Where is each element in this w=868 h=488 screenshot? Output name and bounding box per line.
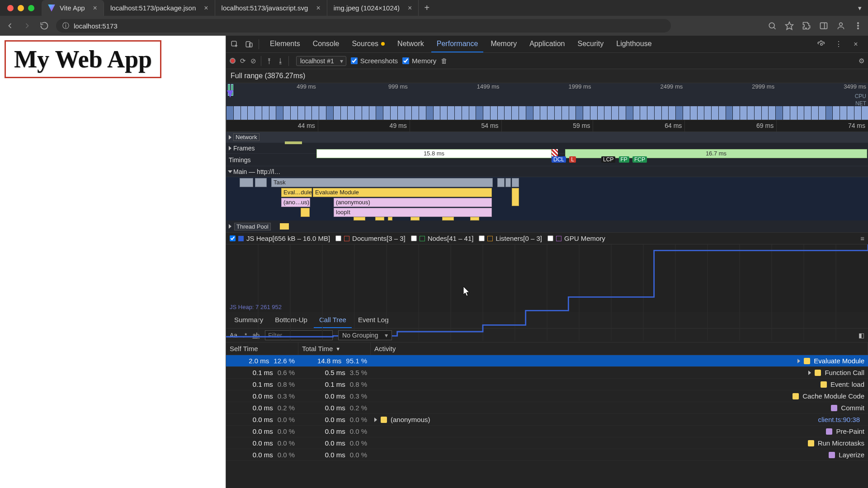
save-profile-icon[interactable]: ⭳ [277, 57, 284, 65]
settings-icon[interactable] [815, 38, 828, 51]
flame-loopit[interactable]: loopIt [334, 208, 492, 217]
close-tab-icon[interactable]: × [408, 4, 412, 12]
overview-timeline[interactable]: 499 ms999 ms1499 ms1999 ms2499 ms2999 ms… [226, 83, 868, 120]
close-tab-icon[interactable]: × [93, 4, 97, 12]
panel-tab-console[interactable]: Console [307, 36, 345, 52]
flame-eval-module[interactable]: Evaluate Module [313, 188, 492, 197]
legend-gpu-memory[interactable]: GPU Memory [547, 235, 605, 242]
devtools-panel: ElementsConsoleSourcesNetworkPerformance… [226, 36, 868, 488]
kebab-menu-icon[interactable]: ⋮ [832, 38, 845, 51]
track-main-label[interactable]: Main — http://localhost:5173/ [233, 168, 282, 175]
panel-tab-elements[interactable]: Elements [264, 36, 306, 52]
flame-eval-short[interactable]: Eval…dule [281, 188, 312, 197]
call-tree-row[interactable]: 0.1 ms0.8 %0.1 ms0.8 %Event: load [226, 379, 868, 390]
panel-tab-application[interactable]: Application [524, 36, 570, 52]
overview-tick-label: 3499 ms [844, 83, 866, 90]
panel-tab-performance[interactable]: Performance [431, 36, 484, 52]
back-button[interactable] [5, 20, 15, 31]
tab-vite-app[interactable]: Vite App × [42, 0, 104, 16]
legend-js-heap[interactable]: JS Heap[656 kB – 16.0 MB] [230, 235, 330, 242]
record-button[interactable] [230, 58, 236, 64]
track-threadpool-label[interactable]: Thread Pool [234, 223, 271, 230]
url-text: localhost:5173 [74, 22, 118, 30]
reload-record-icon[interactable]: ⟳ [240, 57, 246, 65]
close-devtools-icon[interactable]: × [849, 38, 863, 51]
panel-tab-sources[interactable]: Sources [346, 36, 390, 52]
tab-package-json[interactable]: localhost:5173/package.json × [104, 0, 215, 16]
capture-settings-icon[interactable]: ⚙ [859, 57, 864, 65]
minimize-window-icon[interactable] [18, 5, 24, 11]
inspect-element-icon[interactable] [228, 38, 241, 51]
timing-l-badge[interactable]: L [569, 156, 576, 163]
timing-lcp-badge[interactable]: LCP [601, 156, 615, 163]
track-timings-label[interactable]: Timings [229, 156, 251, 164]
tab-search-icon[interactable]: ▾ [858, 4, 868, 12]
panel-tab-lighthouse[interactable]: Lighthouse [611, 36, 657, 52]
track-frames-label[interactable]: Frames [233, 145, 255, 152]
timing-fcp-badge[interactable]: FCP [632, 156, 647, 163]
zoom-icon[interactable] [767, 20, 778, 31]
clear-icon[interactable]: ⊘ [250, 57, 256, 65]
tab-javascript-svg[interactable]: localhost:5173/javascript.svg × [215, 0, 327, 16]
address-bar: ⓘ localhost:5173 [0, 16, 868, 36]
flame-anon-short[interactable]: (ano…us) [281, 198, 310, 207]
memory-toggle[interactable]: Memory [402, 57, 436, 65]
row-expander-icon[interactable] [797, 359, 800, 363]
legend-listeners[interactable]: Listeners[0 – 3] [479, 235, 542, 242]
memory-menu-icon[interactable]: ≡ [860, 235, 864, 242]
call-tree-row[interactable]: 2.0 ms12.6 %14.8 ms95.1 %Evaluate Module [226, 355, 868, 367]
forward-button[interactable] [22, 20, 33, 31]
zoom-window-icon[interactable] [28, 5, 34, 11]
tab-img-jpeg[interactable]: img.jpeg (1024×1024) × [327, 0, 419, 16]
source-location-link[interactable]: client.ts:90:38 [818, 416, 864, 423]
range-label: Full range (3876.27ms) [226, 69, 868, 83]
flame-task[interactable]: Task [271, 178, 493, 187]
device-toolbar-icon[interactable] [242, 38, 256, 51]
timing-fp-badge[interactable]: FP [619, 156, 629, 163]
call-tree-row[interactable]: 0.0 ms0.0 %0.0 ms0.0 %Layerize [226, 449, 868, 461]
screenshots-toggle[interactable]: Screenshots [351, 57, 398, 65]
overview-net-label: NET [855, 100, 866, 107]
svg-line-1 [774, 27, 775, 29]
row-expander-icon[interactable] [808, 371, 811, 375]
call-tree-row[interactable]: 0.0 ms0.0 %0.0 ms0.0 %Pre-Paint [226, 426, 868, 437]
legend-documents[interactable]: Documents[3 – 3] [335, 235, 406, 242]
call-tree-row[interactable]: 0.1 ms0.6 %0.5 ms3.5 %Function Call [226, 367, 868, 379]
gc-icon[interactable]: 🗑 [441, 57, 448, 65]
close-window-icon[interactable] [7, 5, 14, 11]
url-input[interactable]: ⓘ localhost:5173 [56, 19, 671, 33]
site-info-icon[interactable]: ⓘ [62, 22, 69, 30]
close-tab-icon[interactable]: × [316, 4, 320, 12]
legend-nodes[interactable]: Nodes[41 – 41] [411, 235, 474, 242]
call-tree-row[interactable]: 0.0 ms0.0 %0.0 ms0.0 %Run Microtasks [226, 437, 868, 449]
timing-dcl-badge[interactable]: DCL [552, 156, 566, 163]
extensions-icon[interactable] [801, 20, 812, 31]
track-network-label[interactable]: Network [233, 133, 259, 141]
call-tree-row[interactable]: 0.0 ms0.2 %0.0 ms0.2 %Commit [226, 402, 868, 414]
col-self-time[interactable]: Self Time [226, 343, 298, 355]
bookmark-icon[interactable] [784, 20, 795, 31]
memory-chart[interactable]: JS Heap: 7 261 952 [226, 244, 868, 312]
menu-icon[interactable] [853, 20, 863, 31]
new-tab-button[interactable]: + [419, 3, 435, 13]
load-profile-icon[interactable]: ⭱ [266, 57, 273, 65]
side-panel-icon[interactable] [818, 20, 829, 31]
row-expander-icon[interactable] [374, 418, 377, 422]
reload-button[interactable] [39, 20, 50, 31]
profile-icon[interactable] [835, 20, 846, 31]
col-activity[interactable]: Activity [371, 343, 868, 355]
flame-anonymous[interactable]: (anonymous) [334, 198, 492, 207]
panel-tab-network[interactable]: Network [392, 36, 429, 52]
flame-chart[interactable]: Task Eval…dule Evaluate Module (ano…us) … [226, 177, 868, 221]
activity-name: Evaluate Module [814, 357, 864, 365]
grouping-select[interactable]: No Grouping [338, 330, 392, 340]
profile-select[interactable]: localhost #1 [296, 56, 346, 66]
col-total-time[interactable]: Total Time▼ [298, 343, 371, 355]
close-tab-icon[interactable]: × [204, 4, 208, 12]
time-ruler[interactable]: 44 ms49 ms54 ms59 ms64 ms69 ms74 ms [226, 120, 868, 132]
panel-tab-security[interactable]: Security [572, 36, 609, 52]
call-tree-row[interactable]: 0.0 ms0.3 %0.0 ms0.3 %Cache Module Code [226, 390, 868, 402]
call-tree-rows: 2.0 ms12.6 %14.8 ms95.1 %Evaluate Module… [226, 355, 868, 461]
call-tree-row[interactable]: 0.0 ms0.0 %0.0 ms0.0 %(anonymous)client.… [226, 414, 868, 426]
panel-tab-memory[interactable]: Memory [485, 36, 522, 52]
